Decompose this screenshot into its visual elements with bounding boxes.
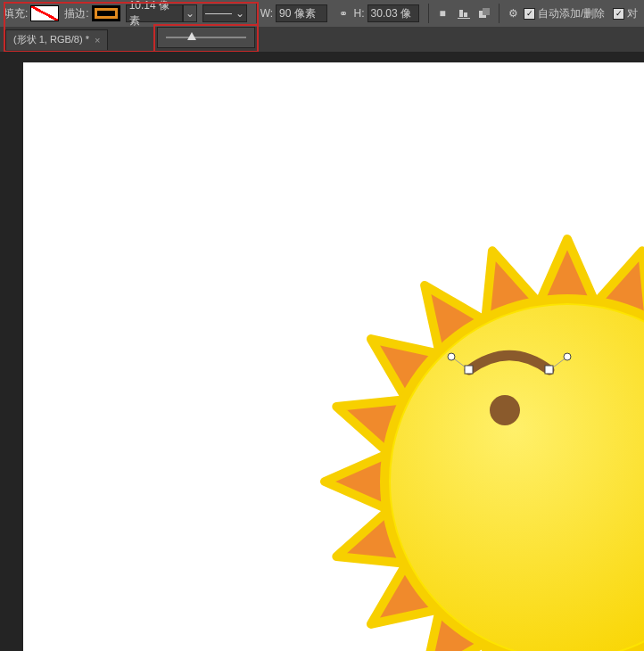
chevron-down-icon: ⌄ xyxy=(235,7,244,20)
document-tab[interactable]: (形状 1, RGB/8) * × xyxy=(5,29,108,50)
divider xyxy=(256,4,257,23)
tab-title: (形状 1, RGB/8) * xyxy=(13,33,89,46)
stroke-style-picker[interactable]: ⌄ xyxy=(202,4,247,22)
stroke-label: 描边: xyxy=(64,6,88,21)
canvas[interactable] xyxy=(23,62,644,651)
svg-point-31 xyxy=(448,353,455,360)
eye-left xyxy=(490,395,520,425)
auto-add-label: 自动添加/删除 xyxy=(538,6,605,21)
svg-rect-4 xyxy=(483,8,490,15)
w-label: W: xyxy=(260,7,273,20)
stroke-width-slider-popup[interactable] xyxy=(157,27,255,48)
w-input[interactable]: 90 像素 xyxy=(276,4,327,22)
svg-rect-30 xyxy=(545,366,553,374)
divider xyxy=(428,4,429,23)
h-input[interactable]: 30.03 像 xyxy=(367,4,419,22)
auto-add-checkbox[interactable]: ✓ xyxy=(524,8,535,20)
stroke-width-dropdown[interactable]: ⌄ xyxy=(183,4,197,22)
workspace xyxy=(0,52,644,651)
link-icon[interactable]: ⚭ xyxy=(334,4,351,22)
stroke-width-input[interactable]: 10.14 像素 xyxy=(126,4,183,22)
document-tabs: (形状 1, RGB/8) * × xyxy=(0,27,644,52)
fill-label: 填充: xyxy=(4,6,28,21)
align-icon[interactable] xyxy=(455,4,472,22)
svg-rect-2 xyxy=(458,18,470,19)
h-label: H: xyxy=(354,7,365,20)
align-checkbox[interactable]: ✓ xyxy=(613,8,624,20)
fill-swatch[interactable] xyxy=(30,5,59,21)
svg-rect-0 xyxy=(459,10,463,17)
svg-point-32 xyxy=(564,353,571,360)
options-toolbar: 填充: 描边: 10.14 像素 ⌄ ⌄ W: 90 像素 ⚭ H: 30.03… xyxy=(0,0,644,27)
svg-rect-29 xyxy=(465,366,473,374)
close-icon[interactable]: × xyxy=(95,35,100,45)
path-op-1-icon[interactable]: ■ xyxy=(434,4,451,22)
chevron-down-icon: ⌄ xyxy=(186,7,194,20)
solid-line-icon xyxy=(205,13,232,14)
sun-illustration xyxy=(318,232,644,651)
stroke-swatch[interactable] xyxy=(92,5,120,21)
slider-track[interactable] xyxy=(166,37,246,38)
svg-rect-1 xyxy=(464,12,467,17)
gear-icon[interactable]: ⚙ xyxy=(505,4,522,22)
slider-handle[interactable] xyxy=(187,32,196,40)
arrange-icon[interactable] xyxy=(475,4,492,22)
align-label: 对 xyxy=(627,6,638,21)
divider xyxy=(499,4,500,23)
